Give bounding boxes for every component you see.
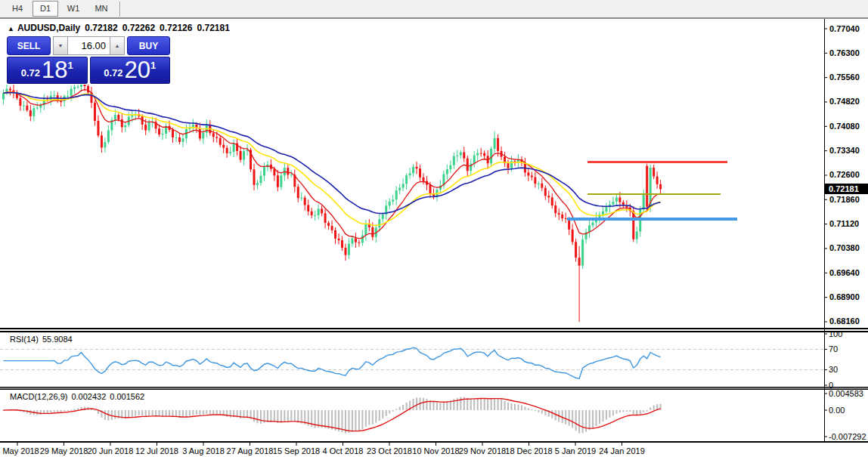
macd-value-signal: 0.001562 (110, 392, 144, 401)
macd-label: MACD(12,26,9) (10, 392, 67, 401)
buy-button[interactable]: BUY (127, 36, 170, 55)
buy-price-panel[interactable]: 0.72201 (90, 57, 171, 84)
current-price-badge: 0.72181 (824, 184, 868, 194)
date-axis-label: 4 Oct 2018 (323, 446, 364, 455)
price-axis-label: 0.74080 (829, 122, 860, 131)
ohlc-close: 0.72181 (197, 23, 229, 33)
price-axis-label: 0.70380 (829, 244, 860, 252)
volume-up-button[interactable]: ▲ (110, 36, 125, 55)
date-axis-label: 20 Jun 2018 (88, 446, 134, 455)
buy-price-big: 20 (125, 59, 150, 82)
ohlc-low: 0.72126 (160, 23, 192, 33)
collapse-arrow-icon[interactable]: ▲ (8, 25, 14, 32)
sell-price-big: 18 (42, 59, 67, 82)
price-axis-label: 0.72600 (829, 171, 860, 179)
chevron-up-icon: ▲ (115, 43, 120, 48)
date-axis-label: 12 Jul 2018 (135, 446, 178, 455)
trading-terminal-window: H4D1W1MN ▲AUDUSD,Daily0.721820.722620.72… (0, 0, 868, 457)
date-axis-label: 29 May 2018 (40, 446, 88, 455)
ohlc-open: 0.72182 (85, 23, 117, 33)
date-axis-label: 5 Jan 2019 (555, 446, 596, 455)
date-axis-label: 18 Dec 2018 (505, 446, 552, 455)
price-axis-label: 0.71120 (829, 220, 859, 228)
sell-price-sup: 1 (68, 60, 73, 71)
price-axis-label: 0.77040 (829, 25, 860, 33)
rsi-panel-title: RSI(14)55.9084 (10, 335, 76, 344)
date-axis-label: 3 Aug 2018 (182, 446, 225, 455)
date-axis-label: 24 Jan 2019 (599, 446, 645, 455)
price-axis-label: 0.74820 (829, 97, 860, 106)
rsi-axis-label: 30 (829, 366, 838, 374)
rsi-axis-label: 70 (829, 345, 838, 354)
date-axis-label: 7 May 2018 (0, 446, 39, 455)
rsi-axis-label: 0 (829, 381, 833, 390)
rsi-value: 55.9084 (42, 335, 73, 344)
sell-price-panel[interactable]: 0.72181 (7, 57, 88, 84)
sell-price-prefix: 0.72 (21, 67, 40, 79)
price-axis-label: 0.68160 (829, 317, 860, 326)
macd-axis-label: 0.004583 (829, 390, 863, 398)
one-click-trading-panel: SELL ▼ ▲ BUY 0.72181 0.72201 (6, 36, 171, 85)
date-axis-label: 15 Sep 2018 (273, 446, 320, 455)
macd-axis-label: 0.00 (829, 406, 845, 415)
date-axis-label: 27 Aug 2018 (227, 446, 274, 455)
volume-field (68, 36, 110, 55)
date-axis-label: 29 Nov 2018 (459, 446, 506, 455)
symbol-header: ▲AUDUSD,Daily0.721820.722620.721260.7218… (8, 23, 234, 33)
chevron-down-icon: ▼ (58, 43, 64, 48)
price-axis-label: 0.73340 (829, 147, 860, 155)
rsi-label: RSI(14) (10, 335, 39, 344)
sell-button[interactable]: SELL (7, 36, 51, 55)
macd-axis-label: -0.007292 (829, 433, 866, 441)
macd-value-main: 0.002432 (71, 392, 106, 401)
macd-panel-title: MACD(12,26,9)0.0024320.001562 (10, 392, 148, 401)
date-axis-label: 23 Oct 2018 (367, 446, 412, 455)
date-axis-label: 10 Nov 2018 (412, 446, 459, 455)
symbol-name: AUDUSD,Daily (17, 23, 80, 33)
price-axis-label: 0.68900 (829, 293, 860, 301)
buy-price-sup: 1 (150, 60, 156, 71)
price-axis-label: 0.71860 (829, 196, 860, 204)
volume-input[interactable] (68, 37, 110, 54)
price-axis-label: 0.75560 (829, 73, 860, 82)
ohlc-high: 0.72262 (122, 23, 155, 33)
rsi-axis-label: 100 (829, 330, 842, 338)
buy-price-prefix: 0.72 (104, 67, 122, 79)
volume-down-button[interactable]: ▼ (53, 36, 68, 55)
price-axis-label: 0.69640 (829, 269, 860, 277)
price-axis-label: 0.76300 (829, 49, 860, 57)
